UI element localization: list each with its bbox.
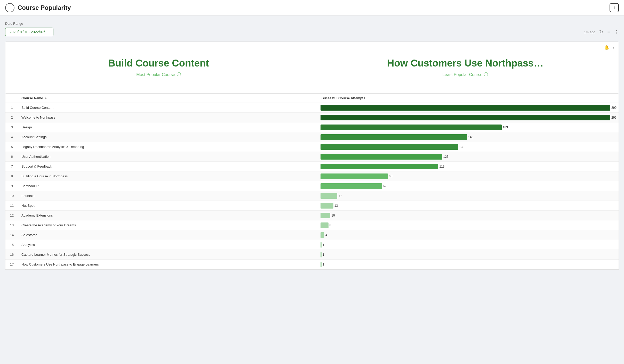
course-name-cell: How Customers Use Northpass to Engage Le… <box>18 261 318 268</box>
main-content: Date Range 2020/01/01 - 2022/07/11 1m ag… <box>0 15 624 276</box>
least-popular-subtitle: Least Popular Course ⓘ <box>443 72 488 77</box>
bar-cell: 68 <box>318 172 619 180</box>
course-name-cell: User Authentication <box>18 153 318 160</box>
most-popular-subtitle: Most Popular Course ⓘ <box>136 72 181 77</box>
bar-value: 62 <box>383 184 386 188</box>
bar-container: 17 <box>321 193 617 199</box>
rank-cell: 4 <box>5 134 18 140</box>
table-row[interactable]: 17 How Customers Use Northpass to Engage… <box>5 260 619 269</box>
course-name-cell: Academy Extensions <box>18 212 318 219</box>
table-row[interactable]: 15 Analytics 1 <box>5 240 619 250</box>
course-name-cell: Support & Feedback <box>18 163 318 170</box>
bar <box>321 213 330 218</box>
bar-cell: 1 <box>318 241 619 249</box>
rank-cell: 5 <box>5 143 18 150</box>
bar-container: 10 <box>321 213 617 218</box>
bar <box>321 203 333 209</box>
course-name-cell: Account Settings <box>18 134 318 140</box>
date-range-label: Date Range <box>5 22 619 26</box>
bar-value: 296 <box>611 116 617 119</box>
table-row[interactable]: 1 Build Course Content 299 <box>5 103 619 113</box>
date-range-button[interactable]: 2020/01/01 - 2022/07/11 <box>5 28 53 36</box>
bar <box>321 134 467 140</box>
course-name-cell: Analytics <box>18 241 318 248</box>
table-row[interactable]: 16 Capture Learner Metrics for Strategic… <box>5 250 619 260</box>
bar-cell: 4 <box>318 231 619 239</box>
bell-icon[interactable]: 🔔 <box>604 45 609 50</box>
bar-value: 13 <box>334 204 338 208</box>
table-row[interactable]: 4 Account Settings 148 <box>5 132 619 142</box>
table-row[interactable]: 6 User Authentication 123 <box>5 152 619 162</box>
bar-value: 1 <box>323 263 324 266</box>
bar-value: 148 <box>468 135 473 139</box>
bar-container: 1 <box>321 252 617 258</box>
table-row[interactable]: 3 Design 183 <box>5 122 619 132</box>
table-row[interactable]: 11 HubSpot 13 <box>5 201 619 211</box>
card-more-icon[interactable]: ⋮ <box>611 45 615 50</box>
bar <box>321 193 337 199</box>
course-name-cell: Capture Learner Metrics for Strategic Su… <box>18 251 318 258</box>
date-range-toolbar: 2020/01/01 - 2022/07/11 1m ago ↻ ≡ ⋮ <box>5 28 619 36</box>
course-name-cell: Create the Academy of Your Dreams <box>18 222 318 229</box>
page-title: Course Popularity <box>18 4 71 11</box>
timestamp: 1m ago <box>584 30 595 34</box>
course-name-cell: Build Course Content <box>18 104 318 111</box>
table-row[interactable]: 9 BambooHR 62 <box>5 181 619 191</box>
course-name-cell: BambooHR <box>18 183 318 189</box>
col-name-header[interactable]: Course Name ∧ <box>18 94 318 103</box>
rank-cell: 13 <box>5 222 18 229</box>
table-row[interactable]: 10 Fountain 17 <box>5 191 619 201</box>
course-name-cell: HubSpot <box>18 202 318 209</box>
course-name-cell: Building a Course in Northpass <box>18 173 318 180</box>
bar-cell: 17 <box>318 192 619 200</box>
rank-cell: 17 <box>5 261 18 268</box>
bar <box>321 125 502 130</box>
toolbar-right: 1m ago ↻ ≡ ⋮ <box>584 29 619 35</box>
table-row[interactable]: 2 Welcome to Northpass 296 <box>5 113 619 122</box>
bar-value: 183 <box>503 126 508 129</box>
table-row[interactable]: 12 Academy Extensions 10 <box>5 211 619 220</box>
rank-cell: 11 <box>5 202 18 209</box>
filter-icon[interactable]: ≡ <box>607 29 610 35</box>
rank-cell: 9 <box>5 183 18 189</box>
table-header: Course Name ∧ Sucessful Course Attempts <box>5 94 619 103</box>
bar-value: 299 <box>611 106 617 110</box>
bar-container: 139 <box>321 144 617 150</box>
bar-cell: 13 <box>318 202 619 210</box>
bar-container: 8 <box>321 222 617 228</box>
table-row[interactable]: 13 Create the Academy of Your Dreams 8 <box>5 220 619 230</box>
bar <box>321 183 382 189</box>
bar-cell: 139 <box>318 143 619 151</box>
bar-cell: 148 <box>318 133 619 141</box>
refresh-icon[interactable]: ↻ <box>599 29 603 35</box>
bar <box>321 115 610 120</box>
more-icon[interactable]: ⋮ <box>614 29 619 35</box>
bar-cell: 183 <box>318 123 619 131</box>
rank-cell: 7 <box>5 163 18 170</box>
rank-cell: 8 <box>5 173 18 180</box>
table-row[interactable]: 7 Support & Feedback 119 <box>5 162 619 171</box>
back-button[interactable]: ← <box>5 3 14 12</box>
table-row[interactable]: 8 Building a Course in Northpass 68 <box>5 171 619 181</box>
table-row[interactable]: 14 Salesforce 4 <box>5 230 619 240</box>
info-icon: i <box>614 5 615 10</box>
least-popular-label: Least Popular Course <box>443 72 483 77</box>
bar-value: 1 <box>323 243 324 247</box>
back-icon: ← <box>8 5 12 10</box>
rank-cell: 2 <box>5 114 18 121</box>
rank-cell: 14 <box>5 231 18 238</box>
info-button[interactable]: i <box>610 3 619 12</box>
table-body: 1 Build Course Content 299 2 Welcome to … <box>5 103 619 269</box>
bar-container: 123 <box>321 154 617 160</box>
table-row[interactable]: 5 Legacy Dashboards Analytics & Reportin… <box>5 142 619 152</box>
least-popular-card: 🔔 ⋮ How Customers Use Northpass… Least P… <box>312 42 619 93</box>
bar-value: 4 <box>325 233 327 237</box>
rank-cell: 3 <box>5 124 18 131</box>
bar <box>321 252 322 258</box>
bar <box>321 105 610 111</box>
bar-cell: 8 <box>318 221 619 229</box>
most-popular-label: Most Popular Course <box>136 72 175 77</box>
bar <box>321 232 324 238</box>
course-name-cell: Legacy Dashboards Analytics & Reporting <box>18 143 318 150</box>
bar <box>321 222 329 228</box>
